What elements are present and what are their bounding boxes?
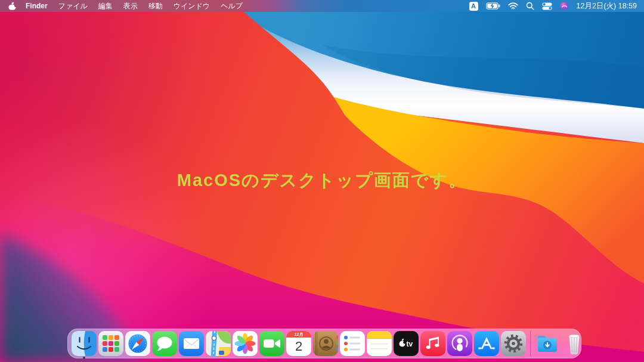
menu-go[interactable]: 移動: [148, 1, 163, 11]
menu-window[interactable]: ウインドウ: [174, 1, 210, 11]
dock-notes[interactable]: [367, 331, 392, 356]
menu-edit[interactable]: 編集: [98, 1, 113, 11]
macos-desktop: MacOSのデスクトップ画面です。 Finder ファイル 編集 表示 移動 ウ…: [0, 0, 644, 362]
dock-app-store[interactable]: [474, 331, 499, 356]
input-source-badge[interactable]: A: [469, 2, 478, 11]
dock-safari[interactable]: [125, 331, 150, 356]
dock-calendar[interactable]: 12月 2: [286, 331, 311, 356]
dock-facetime[interactable]: [259, 331, 284, 356]
menu-view[interactable]: 表示: [123, 1, 138, 11]
apple-menu-icon[interactable]: [8, 2, 16, 11]
menu-bar-clock[interactable]: 12月2日(火) 18:59: [577, 1, 637, 11]
dock-mail[interactable]: [179, 331, 204, 356]
dock: 12月 2: [67, 329, 581, 358]
dock-podcasts[interactable]: [447, 331, 472, 356]
dock-music[interactable]: [420, 331, 445, 356]
menu-bar-left: Finder ファイル 編集 表示 移動 ウインドウ ヘルプ: [0, 1, 253, 11]
dock-reminders[interactable]: [340, 331, 365, 356]
siri-icon[interactable]: [560, 2, 569, 11]
calendar-month-label: 12月: [286, 331, 311, 338]
menu-finder[interactable]: Finder: [26, 2, 48, 10]
desktop-caption: MacOSのデスクトップ画面です。: [0, 169, 644, 193]
dock-launchpad[interactable]: [98, 331, 123, 356]
menu-bar: Finder ファイル 編集 表示 移動 ウインドウ ヘルプ A: [0, 0, 644, 12]
control-center-icon[interactable]: [542, 2, 552, 10]
dock-photos[interactable]: [233, 331, 258, 356]
menu-bar-status: A: [469, 1, 644, 11]
dock-contacts[interactable]: [313, 331, 338, 356]
calendar-day-label: 2: [286, 338, 311, 355]
dock-separator: [530, 331, 531, 356]
menu-help[interactable]: ヘルプ: [221, 1, 243, 11]
menu-file[interactable]: ファイル: [58, 1, 88, 11]
dock-downloads[interactable]: [535, 331, 560, 356]
battery-charging-icon[interactable]: [486, 2, 500, 10]
dock-maps[interactable]: [206, 331, 231, 356]
dock-system-preferences[interactable]: [501, 331, 526, 356]
tv-icon-label: tv: [407, 340, 413, 348]
dock-finder[interactable]: [72, 331, 97, 356]
spotlight-search-icon[interactable]: [526, 2, 534, 10]
dock-messages[interactable]: [152, 331, 177, 356]
dock-trash[interactable]: [562, 331, 587, 356]
dock-tv[interactable]: tv: [394, 331, 419, 356]
wifi-icon[interactable]: [508, 2, 518, 10]
